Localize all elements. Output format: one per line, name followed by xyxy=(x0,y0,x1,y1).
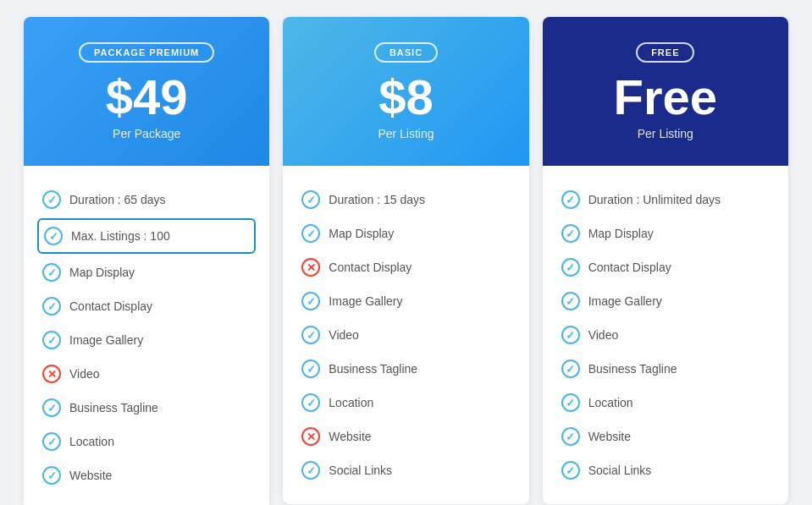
check-icon: ✓ xyxy=(42,466,61,485)
feature-item: ✓Business Tagline xyxy=(556,352,775,386)
feature-item: ✓Map Display xyxy=(556,217,775,250)
feature-text: Map Display xyxy=(69,266,135,279)
check-icon: ✓ xyxy=(301,224,320,243)
premium-header: PACKAGE PREMIUM$49Per Package xyxy=(24,17,269,166)
pricing-container: PACKAGE PREMIUM$49Per Package✓Duration :… xyxy=(17,17,795,505)
feature-item: ✕Contact Display xyxy=(296,250,515,284)
feature-item: ✓Max. Listings : 100 xyxy=(37,218,256,254)
free-price: Free xyxy=(560,73,771,122)
feature-item: ✓Image Gallery xyxy=(556,284,775,318)
check-icon: ✓ xyxy=(301,292,320,310)
feature-text: Image Gallery xyxy=(329,294,402,308)
check-icon: ✓ xyxy=(561,360,580,378)
feature-text: Video xyxy=(69,367,100,381)
check-icon: ✓ xyxy=(561,292,580,310)
feature-text: Website xyxy=(588,430,631,443)
premium-price: $49 xyxy=(41,73,252,122)
feature-text: Map Display xyxy=(329,227,394,240)
check-icon: ✓ xyxy=(44,227,63,245)
feature-text: Website xyxy=(69,469,112,482)
check-icon: ✓ xyxy=(42,331,61,349)
free-badge: FREE xyxy=(636,42,694,63)
feature-item: ✓Map Display xyxy=(37,255,256,289)
check-icon: ✓ xyxy=(561,427,580,446)
feature-item: ✓Video xyxy=(556,318,775,352)
cross-icon: ✕ xyxy=(301,427,320,446)
feature-text: Map Display xyxy=(588,227,654,240)
check-icon: ✓ xyxy=(561,393,580,412)
cross-icon: ✕ xyxy=(42,365,61,383)
check-icon: ✓ xyxy=(42,432,61,451)
check-icon: ✓ xyxy=(42,263,61,282)
check-icon: ✓ xyxy=(301,326,320,344)
basic-badge: BASIC xyxy=(374,42,438,63)
cross-icon: ✕ xyxy=(301,258,320,277)
feature-item: ✓Business Tagline xyxy=(296,352,515,386)
feature-item: ✓Social Links xyxy=(296,453,515,487)
feature-item: ✓Contact Display xyxy=(37,289,256,323)
feature-item: ✕Website xyxy=(296,420,515,453)
check-icon: ✓ xyxy=(42,297,61,316)
basic-features: ✓Duration : 15 days✓Map Display✕Contact … xyxy=(283,166,528,504)
check-icon: ✓ xyxy=(561,326,580,344)
feature-item: ✓Contact Display xyxy=(556,250,775,284)
premium-period: Per Package xyxy=(41,127,252,140)
feature-text: Business Tagline xyxy=(588,362,677,376)
feature-item: ✓Location xyxy=(296,386,515,420)
feature-item: ✓Website xyxy=(37,458,256,492)
feature-text: Video xyxy=(329,328,359,342)
check-icon: ✓ xyxy=(301,393,320,412)
check-icon: ✓ xyxy=(42,398,61,417)
card-free: FREEFreePer Listing✓Duration : Unlimited… xyxy=(543,17,788,504)
feature-text: Location xyxy=(329,396,373,409)
basic-price: $8 xyxy=(300,73,511,122)
free-period: Per Listing xyxy=(560,127,771,140)
feature-text: Contact Display xyxy=(69,299,152,313)
feature-text: Duration : 65 days xyxy=(69,193,166,206)
premium-badge: PACKAGE PREMIUM xyxy=(79,42,214,63)
check-icon: ✓ xyxy=(561,258,580,277)
feature-item: ✓Location xyxy=(556,386,775,420)
feature-item: ✓Duration : Unlimited days xyxy=(556,183,775,217)
feature-text: Contact Display xyxy=(588,261,671,274)
feature-item: ✓Duration : 65 days xyxy=(37,183,256,217)
feature-item: ✓Image Gallery xyxy=(296,284,515,318)
feature-text: Duration : 15 days xyxy=(329,193,425,206)
feature-text: Social Links xyxy=(588,464,652,477)
check-icon: ✓ xyxy=(561,461,580,480)
feature-text: Business Tagline xyxy=(69,401,158,414)
feature-text: Contact Display xyxy=(329,261,412,274)
free-features: ✓Duration : Unlimited days✓Map Display✓C… xyxy=(543,166,788,504)
card-basic: BASIC$8Per Listing✓Duration : 15 days✓Ma… xyxy=(283,17,528,504)
check-icon: ✓ xyxy=(561,224,580,243)
feature-item: ✓Location xyxy=(37,425,256,458)
feature-text: Video xyxy=(588,328,619,342)
check-icon: ✓ xyxy=(42,190,61,209)
feature-text: Duration : Unlimited days xyxy=(588,193,721,206)
feature-item: ✓Business Tagline xyxy=(37,391,256,425)
feature-item: ✓Image Gallery xyxy=(37,323,256,357)
feature-item: ✓Video xyxy=(296,318,515,352)
check-icon: ✓ xyxy=(301,461,320,480)
basic-period: Per Listing xyxy=(300,127,511,140)
card-premium: PACKAGE PREMIUM$49Per Package✓Duration :… xyxy=(24,17,269,505)
feature-text: Location xyxy=(588,396,633,409)
feature-item: ✓Website xyxy=(556,420,775,453)
check-icon: ✓ xyxy=(301,190,320,209)
basic-header: BASIC$8Per Listing xyxy=(283,17,528,166)
free-header: FREEFreePer Listing xyxy=(543,17,788,166)
feature-text: Image Gallery xyxy=(588,294,662,308)
feature-item: ✓Duration : 15 days xyxy=(296,183,515,217)
feature-item: ✕Video xyxy=(37,357,256,391)
check-icon: ✓ xyxy=(561,190,580,209)
feature-text: Website xyxy=(329,430,371,443)
feature-text: Image Gallery xyxy=(69,333,143,347)
feature-text: Business Tagline xyxy=(329,362,417,376)
feature-text: Social Links xyxy=(329,464,392,477)
check-icon: ✓ xyxy=(301,360,320,378)
feature-item: ✓Map Display xyxy=(296,217,515,250)
feature-text: Location xyxy=(69,435,114,448)
feature-item: ✓Social Links xyxy=(556,453,775,487)
feature-text: Max. Listings : 100 xyxy=(71,229,170,243)
premium-features: ✓Duration : 65 days✓Max. Listings : 100✓… xyxy=(24,166,269,505)
